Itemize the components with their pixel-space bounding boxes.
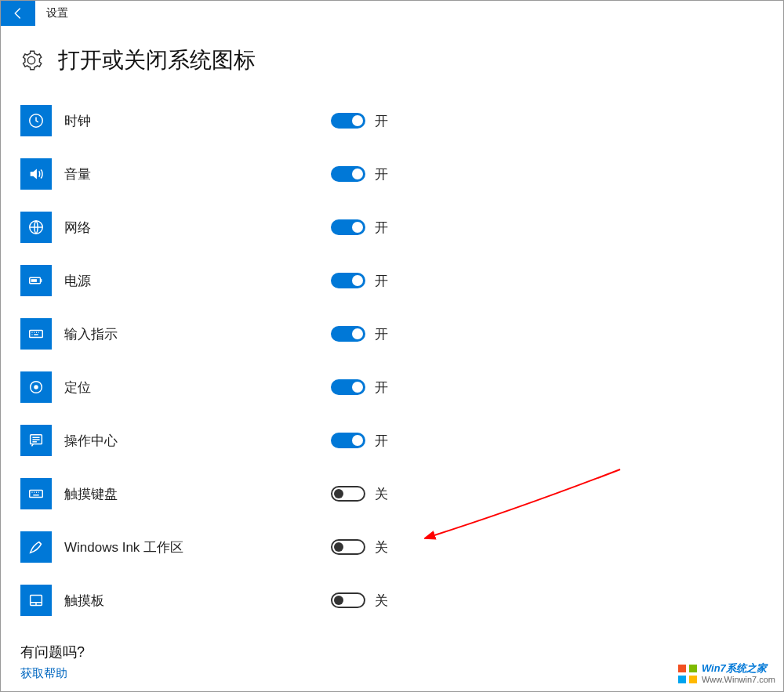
toggle-switch[interactable]: [331, 166, 365, 182]
toggle-state-label: 关: [375, 592, 388, 610]
network-icon: [20, 212, 52, 243]
power-icon: [20, 265, 52, 296]
svg-rect-4: [31, 279, 37, 282]
setting-row: 触摸键盘关: [20, 467, 764, 520]
ink-icon: [20, 531, 52, 563]
svg-rect-5: [30, 330, 43, 337]
setting-label: Windows Ink 工作区: [64, 538, 331, 556]
setting-label: 时钟: [64, 112, 331, 130]
setting-row: 操作中心开: [20, 414, 764, 467]
setting-row: 网络开: [20, 201, 764, 254]
setting-label: 音量: [64, 165, 331, 183]
toggle-switch[interactable]: [331, 592, 365, 608]
toggle-state-label: 开: [375, 432, 388, 450]
toggle-switch[interactable]: [331, 113, 365, 129]
setting-label: 网络: [64, 219, 331, 237]
setting-row: 输入指示开: [20, 307, 764, 360]
setting-label: 定位: [64, 379, 331, 397]
toggle-state-label: 开: [375, 112, 388, 130]
setting-label: 电源: [64, 272, 331, 290]
windows-logo-icon: [678, 665, 697, 683]
keyboard-icon: [20, 318, 52, 350]
setting-row: 定位开: [20, 360, 764, 414]
touch-keyboard-icon: [20, 478, 52, 509]
page-title: 打开或关闭系统图标: [58, 45, 256, 75]
action-center-icon: [20, 425, 52, 456]
setting-row: 触摸板关: [20, 574, 764, 627]
svg-rect-3: [41, 279, 42, 282]
clock-icon: [20, 105, 52, 136]
toggle-switch[interactable]: [331, 273, 365, 288]
toggle-switch[interactable]: [331, 326, 365, 342]
toggle-switch[interactable]: [331, 379, 365, 395]
toggle-state-label: 开: [375, 219, 388, 237]
toggle-switch[interactable]: [331, 486, 365, 502]
setting-row: 时钟开: [20, 94, 764, 147]
toggle-state-label: 开: [375, 379, 388, 397]
help-heading: 有问题吗?: [20, 643, 764, 661]
toggle-state-label: 关: [375, 485, 388, 503]
watermark: Win7系统之家 Www.Winwin7.com: [678, 662, 775, 685]
setting-row: Windows Ink 工作区关: [20, 520, 764, 574]
toggle-state-label: 开: [375, 272, 388, 290]
toggle-state-label: 开: [375, 165, 388, 183]
help-link[interactable]: 获取帮助: [20, 666, 764, 681]
gear-icon: [20, 49, 42, 71]
setting-label: 触摸键盘: [64, 485, 331, 503]
toggle-state-label: 开: [375, 325, 388, 343]
window-title: 设置: [46, 6, 68, 20]
svg-point-7: [34, 385, 38, 389]
location-icon: [20, 371, 52, 403]
setting-row: 音量开: [20, 147, 764, 201]
setting-row: 电源开: [20, 254, 764, 307]
back-button[interactable]: [1, 1, 35, 26]
setting-label: 操作中心: [64, 432, 331, 450]
setting-label: 输入指示: [64, 325, 331, 343]
arrow-left-icon: [11, 6, 25, 20]
svg-rect-9: [30, 490, 43, 497]
toggle-switch[interactable]: [331, 433, 365, 448]
volume-icon: [20, 158, 52, 190]
touchpad-icon: [20, 585, 52, 616]
setting-label: 触摸板: [64, 592, 331, 610]
toggle-switch[interactable]: [331, 219, 365, 235]
toggle-switch[interactable]: [331, 539, 365, 555]
toggle-state-label: 关: [375, 538, 388, 556]
